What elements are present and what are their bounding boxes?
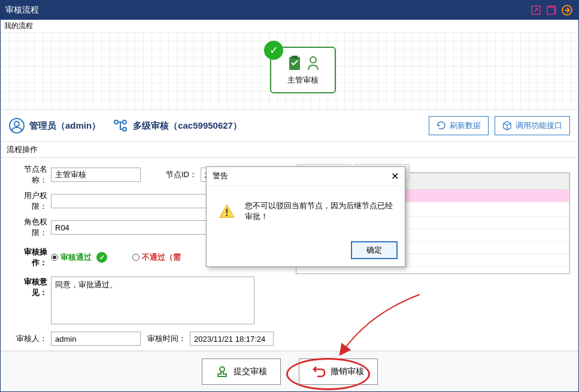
titlebar: 审核流程 <box>1 1 578 20</box>
stamp-icon <box>216 365 229 378</box>
user-info: 管理员（admin） <box>9 118 101 133</box>
dialog-title: 警告 <box>213 171 228 182</box>
flow-icon <box>113 118 128 133</box>
node-name-input[interactable] <box>51 168 141 182</box>
maximize-icon[interactable] <box>545 4 558 17</box>
flow-diagram: ✓ 主管审核 <box>1 32 578 110</box>
check-icon: ✓ <box>264 41 283 60</box>
warning-icon <box>219 202 235 221</box>
flow-node[interactable]: ✓ 主管审核 <box>270 47 336 93</box>
auditor-input[interactable] <box>51 332 141 346</box>
radio-icon <box>132 254 140 261</box>
flow-node-label: 主管审核 <box>287 75 319 86</box>
submit-button[interactable]: 提交审核 <box>202 358 281 385</box>
radio-fail[interactable]: 不通过（需 <box>132 252 181 263</box>
auditor-label: 审核人： <box>9 333 47 344</box>
popout-icon[interactable] <box>529 4 542 17</box>
ok-button[interactable]: 确定 <box>351 241 398 259</box>
svg-point-16 <box>220 367 225 372</box>
svg-rect-2 <box>547 7 554 14</box>
clipboard-icon <box>286 54 304 72</box>
cube-icon <box>502 121 512 130</box>
user-label: 管理员（admin） <box>29 120 101 132</box>
section-title: 流程操作 <box>1 142 578 158</box>
svg-point-9 <box>114 120 118 124</box>
svg-point-11 <box>123 127 126 131</box>
warning-dialog: 警告 ✕ 您不可以驳回当前节点，因为后继节点已经审批！ 确定 <box>206 166 405 267</box>
svg-point-8 <box>14 121 19 126</box>
undo-icon <box>313 365 326 378</box>
svg-point-10 <box>123 120 126 124</box>
radio-pass[interactable]: 审核通过 ✓ <box>51 252 107 263</box>
revoke-button[interactable]: 撤销审核 <box>299 358 378 385</box>
subtitle: 我的流程 <box>1 20 578 32</box>
titlebar-buttons <box>529 4 574 17</box>
invoke-button[interactable]: 调用功能接口 <box>495 116 570 135</box>
radio-icon <box>51 254 58 261</box>
close-icon[interactable]: ✕ <box>391 171 399 182</box>
audit-time-input[interactable] <box>190 332 274 346</box>
audit-op-label: 审核操作： <box>9 247 47 268</box>
refresh-icon <box>436 121 446 130</box>
exit-icon[interactable] <box>560 4 574 17</box>
role-perm-label: 角色权限： <box>9 217 47 238</box>
svg-point-6 <box>310 57 316 63</box>
node-id-label: 节点ID： <box>144 169 197 180</box>
node-name-label: 节点名称： <box>9 164 47 186</box>
user-perm-label: 用户权限： <box>9 190 47 212</box>
comment-label: 审核意见： <box>9 276 47 298</box>
check-badge-icon: ✓ <box>96 252 107 263</box>
audit-time-label: 审核时间： <box>144 333 186 344</box>
svg-point-18 <box>226 215 228 217</box>
person-icon <box>306 54 320 72</box>
bottom-bar: 提交审核 撤销审核 <box>1 351 578 391</box>
refresh-button[interactable]: 刷新数据 <box>429 116 489 135</box>
comment-textarea[interactable] <box>51 276 254 324</box>
process-info: 多级审核（cac59950627） <box>113 118 242 133</box>
dialog-message: 您不可以驳回当前节点，因为后继节点已经审批！ <box>245 200 393 222</box>
process-label: 多级审核（cac59950627） <box>133 120 242 132</box>
info-bar: 管理员（admin） 多级审核（cac59950627） 刷新数据 调用功能接口 <box>1 110 578 142</box>
svg-rect-5 <box>292 56 298 59</box>
window-title: 审核流程 <box>5 5 39 16</box>
user-icon <box>9 118 25 133</box>
